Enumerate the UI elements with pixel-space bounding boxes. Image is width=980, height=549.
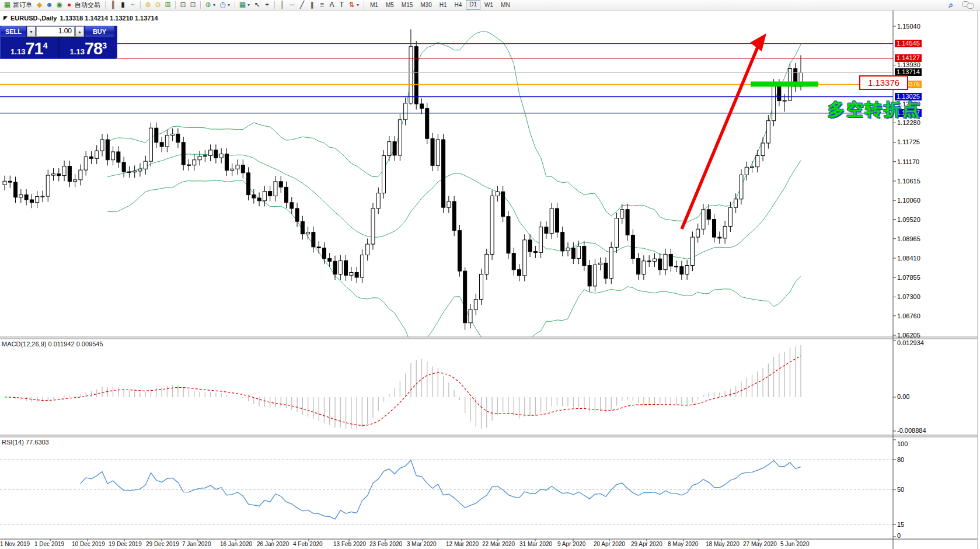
rsi-axis-50: 50 xyxy=(897,486,904,493)
toolbar-separator xyxy=(235,1,235,9)
toolbar-separator xyxy=(200,1,201,9)
timeframe-h1[interactable]: H1 xyxy=(436,1,451,9)
auto-arrange-icon[interactable]: ⊟ xyxy=(178,1,188,9)
price-axis-label: 1.07300 xyxy=(897,293,920,300)
new-order-icon[interactable]: ▦ xyxy=(2,1,12,9)
volume-decrease-button[interactable]: ▼ xyxy=(27,26,36,37)
new-chart-icon[interactable]: ⊕ xyxy=(203,1,213,9)
candles-chart-icon[interactable]: ▮ xyxy=(118,1,128,9)
timeframe-mn[interactable]: MN xyxy=(497,1,514,9)
price-axis-label: 1.14127 xyxy=(895,54,922,62)
price-axis-label: 1.11725 xyxy=(897,138,920,145)
buy-price-big: 78 xyxy=(85,41,102,56)
arrows-tool-icon[interactable]: ⇅ xyxy=(347,1,357,9)
price-axis-label: 1.06205 xyxy=(897,332,920,339)
text-tool-icon[interactable]: A xyxy=(327,1,337,9)
chart-symbol-title: EURUSD-,Daily xyxy=(11,15,57,22)
price-axis-label: 1.08965 xyxy=(897,235,920,242)
macd-label: MACD(12,26,9) 0.011942 0.009545 xyxy=(2,340,103,348)
object-arrow-icon xyxy=(4,16,8,20)
period-icon[interactable]: ◷ xyxy=(218,1,228,9)
buy-button[interactable]: BUY xyxy=(85,26,114,37)
zoom-in-icon[interactable]: ⊕ xyxy=(143,1,153,9)
date-axis-label: 23 Feb 2020 xyxy=(369,541,402,547)
chart-template-icon[interactable]: ▦ xyxy=(238,1,247,9)
timeframe-m30[interactable]: M30 xyxy=(417,1,435,9)
signals-icon[interactable]: ◉ xyxy=(54,1,64,9)
date-axis-label: 19 Dec 2019 xyxy=(109,541,142,547)
trendline-icon[interactable]: ╱ xyxy=(297,1,307,9)
date-axis-label: 9 Apr 2020 xyxy=(557,541,585,547)
period-caret-icon[interactable]: ▾ xyxy=(228,2,232,8)
date-axis-label: 4 Feb 2020 xyxy=(293,541,323,547)
date-axis-label: 3 Mar 2020 xyxy=(407,541,437,547)
rsi-axis-15: 15 xyxy=(897,521,904,528)
toolbar-separator xyxy=(274,1,275,9)
timeframe-m15[interactable]: M15 xyxy=(398,1,416,9)
date-axis-label: 13 Feb 2020 xyxy=(333,541,366,547)
bars-chart-icon[interactable]: ║ xyxy=(108,1,118,9)
timeframe-m1[interactable]: M1 xyxy=(367,1,382,9)
sell-button[interactable]: SELL xyxy=(1,26,26,37)
date-axis-label: 8 May 2020 xyxy=(668,541,698,547)
grid-arrange-icon[interactable]: ⊡ xyxy=(188,1,198,9)
turning-point-note[interactable]: 多空转折点 xyxy=(828,98,921,121)
date-axis-label: 20 Apr 2020 xyxy=(594,541,625,547)
rsi-name: RSI(14) xyxy=(2,439,24,446)
gold-badge-icon[interactable]: ◆ xyxy=(34,1,44,9)
tile-windows-icon[interactable]: ⊞ xyxy=(163,1,173,9)
sell-price-big: 71 xyxy=(25,41,43,56)
date-axis-label: 5 Jun 2020 xyxy=(780,541,810,547)
vertical-line-icon[interactable]: │ xyxy=(277,1,287,9)
new-order-label[interactable]: 新订单 xyxy=(13,1,32,9)
date-axis-label: 22 Mar 2020 xyxy=(482,541,515,547)
sell-price-display[interactable]: 1.13 71 4 xyxy=(0,37,60,58)
autotrading-icon[interactable]: ● xyxy=(64,1,74,9)
fibonacci-icon[interactable]: ≡ xyxy=(317,1,327,9)
macd-axis-max: 0.012934 xyxy=(897,339,924,346)
line-chart-icon[interactable]: ~ xyxy=(128,1,138,9)
main-toolbar: ▦ 新订单 ◆ ☻ ◉ ● 自动交易 ║ ▮ ~ ⊕ ⊖ ⊞ ⊟ ⊡ ⊕ ▾ ◷… xyxy=(0,0,980,11)
timeframe-h4[interactable]: H4 xyxy=(451,1,466,9)
price-axis-label: 1.11170 xyxy=(897,158,919,165)
rsi-axis-100: 100 xyxy=(897,440,908,447)
price-chart-canvas[interactable] xyxy=(0,0,980,549)
macd-signal-value: 0.009545 xyxy=(76,340,103,348)
cursor-icon[interactable]: ↖ xyxy=(252,1,262,9)
zoom-out-icon[interactable]: ⊖ xyxy=(153,1,163,9)
new-chart-caret-icon[interactable]: ▾ xyxy=(213,2,218,8)
text-label-icon[interactable]: T xyxy=(337,1,347,9)
price-callout[interactable]: 1.13376 xyxy=(859,75,908,90)
timeframe-w1[interactable]: W1 xyxy=(481,1,497,9)
macd-axis-zero: 0.00 xyxy=(897,393,909,400)
price-axis-label: 1.10060 xyxy=(897,197,920,204)
date-axis-label: 18 May 2020 xyxy=(706,541,740,547)
buy-price-sup: 3 xyxy=(102,37,107,54)
autotrading-label[interactable]: 自动交易 xyxy=(75,1,100,9)
toolbar-separator xyxy=(140,1,141,9)
date-axis-label: 29 Dec 2019 xyxy=(146,541,179,547)
timeframe-d1[interactable]: D1 xyxy=(466,0,480,10)
timeframe-m5[interactable]: M5 xyxy=(382,1,397,9)
horizontal-line-icon[interactable]: ─ xyxy=(287,1,297,9)
arrows-caret-icon[interactable]: ▾ xyxy=(357,2,361,8)
macd-main-value: 0.011942 xyxy=(48,340,74,348)
volume-input[interactable]: 1.00 xyxy=(36,26,75,37)
rsi-axis-80: 80 xyxy=(897,456,904,463)
price-axis-label: 1.06760 xyxy=(897,312,920,319)
community-icon[interactable]: ☻ xyxy=(44,1,54,9)
toolbar-separator xyxy=(175,1,176,9)
price-axis-label: 1.07855 xyxy=(897,274,920,281)
chat-icon[interactable] xyxy=(962,1,974,9)
date-axis-label: 10 Dec 2019 xyxy=(72,541,105,547)
volume-increase-button[interactable]: ▲ xyxy=(75,26,84,37)
macd-axis-min: -0.008884 xyxy=(897,427,926,434)
equidistant-channel-icon[interactable]: ∥ xyxy=(307,1,317,9)
chart-template-caret-icon[interactable]: ▾ xyxy=(247,2,252,8)
search-icon[interactable]: ⌕ xyxy=(946,1,956,9)
price-axis-label: 1.14545 xyxy=(895,40,922,47)
date-axis-label: 31 Mar 2020 xyxy=(519,541,552,547)
date-axis-label: 12 Mar 2020 xyxy=(446,541,479,547)
crosshair-icon[interactable]: + xyxy=(262,1,272,9)
buy-price-display[interactable]: 1.13 78 3 xyxy=(60,37,118,58)
